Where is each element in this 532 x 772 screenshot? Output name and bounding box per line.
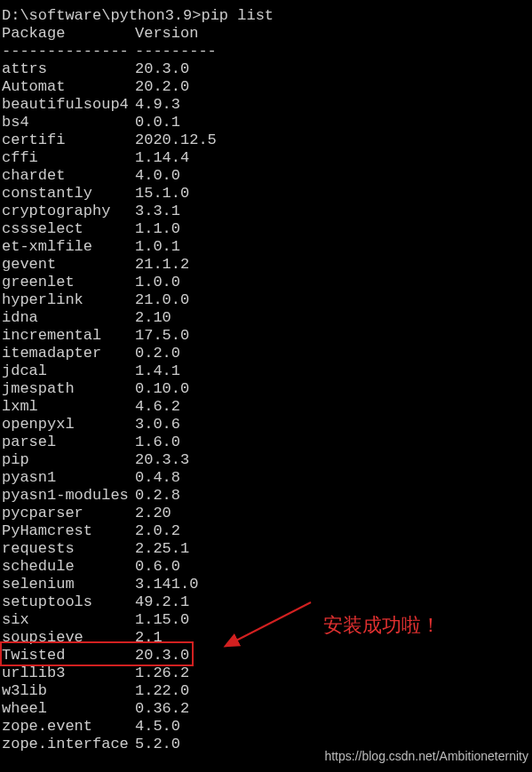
package-row: itemadapter0.2.0 [2,345,532,362]
header-version: Version [135,25,224,43]
package-version: 1.1.0 [135,220,180,238]
package-name: constantly [2,185,135,203]
package-row: pyasn1-modules0.2.8 [2,487,532,505]
package-row: greenlet1.0.0 [2,274,532,291]
package-version: 20.3.0 [135,60,189,78]
package-row: six1.15.0 [2,611,532,629]
package-version: 0.36.2 [135,700,189,718]
prompt-command: pip list [201,7,274,24]
package-version: 2.1 [135,629,163,647]
package-row: requests2.25.1 [2,540,532,558]
package-version: 0.6.0 [135,558,180,576]
package-version: 2.0.2 [135,522,180,540]
prompt-separator: > [192,7,201,24]
package-version: 0.2.8 [135,487,180,505]
package-name: pyasn1-modules [2,487,135,505]
package-version: 2.25.1 [135,540,189,558]
package-row: zope.event4.5.0 [2,718,532,736]
package-version: 5.2.0 [135,736,180,753]
package-name: zope.event [2,718,135,736]
package-version: 1.22.0 [135,682,189,700]
package-name: beautifulsoup4 [2,96,135,114]
package-version: 4.0.0 [135,167,180,185]
package-row: pycparser2.20 [2,505,532,522]
package-row: et-xmlfile1.0.1 [2,238,532,256]
package-version: 2.10 [135,309,171,327]
package-name: lxml [2,398,135,416]
package-version: 1.6.0 [135,434,180,451]
package-name: six [2,611,135,629]
package-version: 20.2.0 [135,78,189,96]
package-row: w3lib1.22.0 [2,682,532,700]
package-row: beautifulsoup44.9.3 [2,96,532,114]
package-name: zope.interface [2,736,135,753]
package-version: 4.9.3 [135,96,180,114]
package-name: incremental [2,327,135,345]
package-name: hyperlink [2,291,135,309]
package-row: lxml4.6.2 [2,398,532,416]
package-row: pyasn10.4.8 [2,469,532,487]
package-name: urllib3 [2,665,135,682]
package-row: setuptools49.2.1 [2,593,532,611]
package-name: pyasn1 [2,469,135,487]
watermark: https://blog.csdn.net/Ambitioneternity [324,747,528,765]
terminal: D:\software\python3.9>pip list Package V… [0,0,532,753]
package-name: certifi [2,131,135,149]
header-package: Package [2,25,135,43]
package-version: 4.6.2 [135,398,180,416]
package-name: schedule [2,558,135,576]
package-name: w3lib [2,682,135,700]
package-row: soupsieve2.1 [2,629,532,647]
package-row: cffi1.14.4 [2,149,532,167]
package-name: openpyxl [2,416,135,434]
package-name: et-xmlfile [2,238,135,256]
package-version: 3.0.6 [135,416,180,434]
package-name: cryptography [2,203,135,220]
package-row: incremental17.5.0 [2,327,532,345]
package-version: 1.26.2 [135,665,189,682]
package-row: pip20.3.3 [2,451,532,469]
package-version: 1.15.0 [135,611,189,629]
package-name: wheel [2,700,135,718]
package-version: 2.20 [135,505,171,522]
package-name: gevent [2,256,135,274]
separator-row: -------------- --------- [2,43,532,60]
packages-list: attrs20.3.0Automat20.2.0beautifulsoup44.… [2,60,532,753]
package-version: 21.0.0 [135,291,189,309]
package-name: Automat [2,78,135,96]
package-row: gevent21.1.2 [2,256,532,274]
package-name: attrs [2,60,135,78]
package-row: certifi2020.12.5 [2,131,532,149]
package-version: 17.5.0 [135,327,189,345]
package-row: jdcal1.4.1 [2,362,532,380]
package-name: chardet [2,167,135,185]
package-row: hyperlink21.0.0 [2,291,532,309]
package-row: Automat20.2.0 [2,78,532,96]
package-name: cffi [2,149,135,167]
package-name: Twisted [2,647,135,665]
package-name: bs4 [2,114,135,131]
package-version: 0.2.0 [135,345,180,362]
package-version: 21.1.2 [135,256,189,274]
package-row: openpyxl3.0.6 [2,416,532,434]
package-version: 0.0.1 [135,114,180,131]
package-name: setuptools [2,593,135,611]
package-name: cssselect [2,220,135,238]
package-name: jmespath [2,380,135,398]
package-version: 15.1.0 [135,185,189,203]
separator-version: --------- [135,43,224,60]
package-row: attrs20.3.0 [2,60,532,78]
package-row: chardet4.0.0 [2,167,532,185]
package-row: parsel1.6.0 [2,434,532,451]
package-row: constantly15.1.0 [2,185,532,203]
package-name: parsel [2,434,135,451]
package-name: PyHamcrest [2,522,135,540]
separator-package: -------------- [2,43,135,60]
package-name: soupsieve [2,629,135,647]
package-row: bs40.0.1 [2,114,532,131]
package-row: selenium3.141.0 [2,576,532,593]
prompt-line: D:\software\python3.9>pip list [2,7,532,25]
package-version: 1.14.4 [135,149,189,167]
package-version: 1.0.1 [135,238,180,256]
package-row: cssselect1.1.0 [2,220,532,238]
